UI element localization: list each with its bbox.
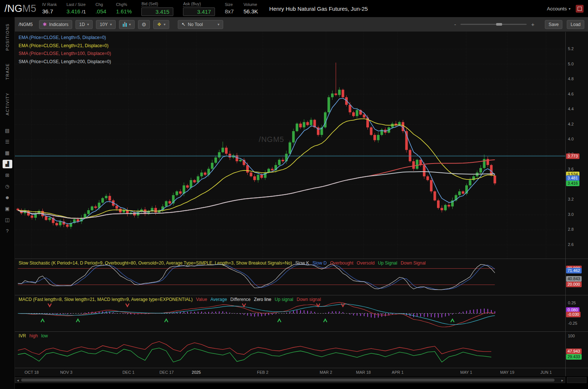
price-tick: 2.8 xyxy=(568,227,573,231)
clock-icon[interactable]: ◷ xyxy=(3,182,12,191)
instrument-description: Henry Hub Natural Gas Futures, Jun-25 xyxy=(269,6,368,12)
time-axis-label: 2025 xyxy=(192,370,201,375)
macd-down-signal xyxy=(48,304,51,307)
sidebar-tab-activity[interactable]: ACTIVITY xyxy=(5,93,10,116)
legend-item: Difference xyxy=(230,297,250,302)
ivr-legend: IVRhighlow xyxy=(19,333,51,338)
load-label: Load xyxy=(571,22,581,27)
legend-item: high xyxy=(29,333,38,338)
chart-settings-button[interactable]: ⚙ xyxy=(138,20,150,29)
drawing-set-dropdown[interactable]: ❖ ▾ xyxy=(153,20,169,29)
accounts-dropdown[interactable]: Accounts ▾ xyxy=(547,6,571,12)
quote-field-label: IV Rank xyxy=(42,2,57,7)
symbol-title: /NGM5 xyxy=(4,3,36,14)
ema5-line xyxy=(18,98,495,224)
price-axis[interactable]: 5.25.04.84.64.44.24.03.83.63.43.23.02.82… xyxy=(565,32,588,368)
scrollbar-thumb[interactable] xyxy=(21,379,555,382)
study-label: SMA (Price=CLOSE, Length=100, Displace=0… xyxy=(19,50,111,58)
sidebar-tab-positions[interactable]: POSITIONS xyxy=(5,23,10,51)
timeframe-value: 1D xyxy=(79,22,85,27)
sidebar-icons: ▤☰▦▟⊞◷☻▣◫? xyxy=(3,126,12,235)
quote-field-suffix: /1 xyxy=(80,9,86,14)
ivr-tick: 100 xyxy=(568,334,575,338)
macd-tick: 0.25 xyxy=(568,301,576,305)
symbol-contract: M5 xyxy=(22,3,36,14)
price-tick: 4.0 xyxy=(568,137,573,141)
macd-down-signal xyxy=(242,304,246,307)
chevron-down-icon: ▾ xyxy=(110,22,112,26)
document-icon[interactable]: ▤ xyxy=(3,126,12,135)
time-axis-label: APR 1 xyxy=(392,370,404,375)
scroll-right-button[interactable]: ▸ xyxy=(560,377,565,383)
legend-item: Overbought xyxy=(330,260,353,266)
range-dropdown[interactable]: 10Y ▾ xyxy=(96,20,115,29)
symbol-root: /NG xyxy=(4,3,22,14)
widget-icon[interactable]: ◫ xyxy=(3,215,12,224)
chevron-down-icon: ▾ xyxy=(164,22,166,26)
price-tick: 3.2 xyxy=(568,197,573,201)
gear-icon: ⚙ xyxy=(142,22,147,27)
help-icon[interactable]: ? xyxy=(3,227,12,235)
legend-item: Slow K xyxy=(295,260,309,266)
quote-field-value: 3.415 xyxy=(155,9,170,15)
time-axis-label: MAY 19 xyxy=(500,370,514,375)
accounts-label: Accounts xyxy=(547,6,566,12)
chart-symbol-label: /NGM5 xyxy=(19,22,33,27)
ivr-canvas[interactable] xyxy=(15,332,565,368)
quote-field-label: Bid (Sell) xyxy=(141,1,158,7)
chart-scrollbar[interactable]: ◂ ▸ xyxy=(15,377,565,383)
save-label: Save xyxy=(549,22,559,27)
timeframe-dropdown[interactable]: 1D ▾ xyxy=(75,20,93,29)
time-axis[interactable]: OCT 18NOV 3DEC 1DEC 172025FEB 2MAR 2MAR … xyxy=(15,368,565,376)
left-sidebar: POSITIONSTRADEACTIVITY ▤☰▦▟⊞◷☻▣◫? xyxy=(0,17,15,389)
load-button[interactable]: Load xyxy=(567,20,584,29)
macd-badge: -0.030 xyxy=(566,312,581,317)
price-tick: 4.8 xyxy=(568,77,573,81)
slow-d-line xyxy=(18,264,495,289)
quote-field-box[interactable]: 3.415 xyxy=(141,7,173,16)
quote-field-value: 8x7 xyxy=(225,8,234,15)
legend-item: Value xyxy=(196,297,207,302)
quote-field-box[interactable]: 3.417 xyxy=(183,7,215,16)
chart-style-dropdown[interactable]: ▾ xyxy=(119,20,135,29)
time-axis-label: MAR 2 xyxy=(320,370,332,375)
stochastic-badge: 71.462 xyxy=(566,268,582,273)
price-axis-stochastic: 80.00071.46240.84320.000 xyxy=(566,259,588,295)
macd-tick: -0.25 xyxy=(568,321,577,325)
zoom-out-button[interactable]: - xyxy=(454,21,456,27)
study-label: SMA (Price=CLOSE, Length=200, Displace=0… xyxy=(19,58,111,66)
time-axis-label: MAR 18 xyxy=(356,370,371,375)
macd-up-signal xyxy=(165,319,168,322)
zoom-slider[interactable] xyxy=(460,24,527,25)
indicators-button[interactable]: ✱ Indicators xyxy=(39,20,72,29)
price-chart-canvas[interactable]: /NGM5 xyxy=(15,32,565,259)
macd-panel: MACD (Fast length=8, Slow length=21, MAC… xyxy=(15,295,565,331)
macd-down-signal xyxy=(126,304,129,307)
ivr-badge: 47.943 xyxy=(566,349,582,354)
sidebar-tabs: POSITIONSTRADEACTIVITY xyxy=(5,17,10,122)
ivr-high-line xyxy=(18,341,491,354)
cursor-icon: ↖ xyxy=(181,22,186,27)
macd-up-signal xyxy=(451,319,454,322)
sidebar-tab-trade[interactable]: TRADE xyxy=(5,63,10,80)
chart-icon[interactable]: ▟ xyxy=(3,160,12,168)
list-icon[interactable]: ☰ xyxy=(3,137,12,146)
price-axis-ivr: 10047.94329.433 xyxy=(566,331,588,368)
watermark: /NGM5 xyxy=(259,135,284,143)
grid-icon[interactable]: ⊞ xyxy=(3,171,12,179)
legend-item: Zero line xyxy=(254,297,271,302)
chart-toolbar: /NGM5 ✱ Indicators 1D ▾ 10Y ▾ ▾ ⚙ ❖ ▾ ↖ … xyxy=(15,17,588,32)
users-icon[interactable]: ☻ xyxy=(3,193,12,202)
quote-field-value: 56.3K xyxy=(244,8,258,15)
save-button[interactable]: Save xyxy=(545,20,562,29)
drawing-tool-dropdown[interactable]: ↖ No Tool ▾ xyxy=(178,20,223,29)
scroll-left-button[interactable]: ◂ xyxy=(15,377,20,383)
zoom-in-button[interactable]: + xyxy=(531,21,534,27)
calendar-icon[interactable]: ▦ xyxy=(3,149,12,157)
price-axis-macd: 0.25-0.250.080-0.030 xyxy=(566,295,588,331)
corner-app-button[interactable] xyxy=(576,5,584,13)
price-axis-main: 5.25.04.84.64.44.24.03.83.63.43.23.02.82… xyxy=(566,32,588,259)
zoom-slider-handle[interactable] xyxy=(496,23,502,26)
package-icon[interactable]: ▣ xyxy=(3,204,12,213)
range-value: 10Y xyxy=(100,22,107,27)
